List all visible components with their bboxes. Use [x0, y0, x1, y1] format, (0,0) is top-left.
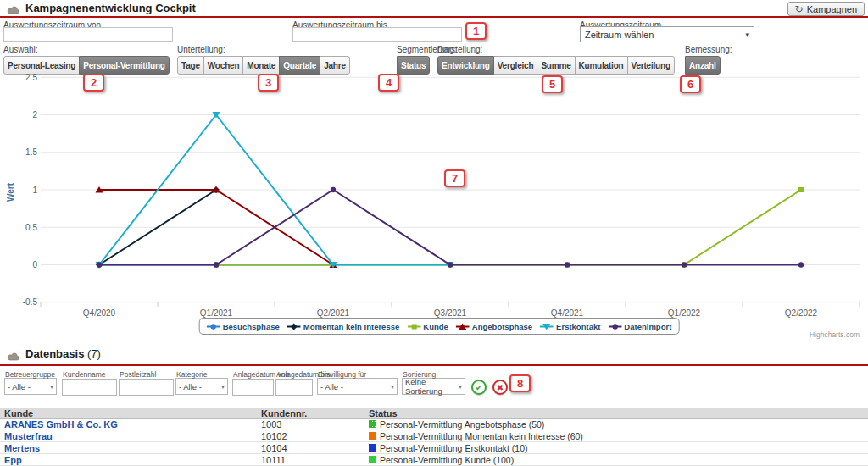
status-cell: Personal-Vermittlung Erstkontakt (10): [369, 442, 868, 453]
toggle-status[interactable]: Status: [397, 56, 430, 75]
status-color-swatch: [369, 420, 376, 428]
status-cell: Personal-Vermittlung Kunde (100): [369, 454, 868, 465]
filter-select-einwilligung-fuer[interactable]: - Alle -▾: [317, 378, 398, 395]
filter-label: Postleitzahl: [120, 370, 156, 379]
kunde-link[interactable]: ARANES GmbH & Co. KG: [4, 419, 261, 430]
highcharts-credit: Highcharts.com: [810, 330, 860, 339]
filter-label: Kategorie: [176, 370, 207, 379]
legend-label: Angebotsphase: [472, 322, 532, 331]
filter-select-betreuergruppe[interactable]: - Alle -▾: [4, 378, 57, 395]
table-row: Musterfrau10102Personal-Vermittlung Mome…: [0, 430, 868, 442]
status-color-swatch: [369, 456, 376, 463]
group-label: Bemessung:: [685, 45, 732, 54]
toggle-quartale[interactable]: Quartale: [279, 56, 320, 75]
filter-select-kategorie[interactable]: - Alle -▾: [175, 378, 228, 395]
chevron-down-icon: ▾: [50, 383, 53, 391]
zeitraum-bis-input[interactable]: [292, 27, 462, 42]
marker-datenimport: [682, 262, 687, 267]
kampagnen-button[interactable]: ↻ Kampagnen: [787, 2, 865, 16]
datenbasis-title: Datenbasis (7): [25, 347, 101, 360]
svg-text:Q3/2021: Q3/2021: [434, 308, 467, 318]
status-cell: Personal-Vermittlung Angebotsphase (50): [369, 419, 868, 430]
page-title: Kampagnenentwicklung Cockpit: [25, 2, 196, 14]
chevron-down-icon: ▾: [745, 31, 749, 39]
svg-text:0.5: 0.5: [25, 223, 37, 232]
kunde-link[interactable]: Epp: [4, 454, 261, 465]
zeitraum-von-input[interactable]: [3, 27, 173, 42]
filter-select-sortierung[interactable]: Keine Sortierung▾: [402, 378, 465, 395]
filter-input-kundenname[interactable]: [62, 379, 117, 396]
marker-datenimport: [565, 262, 570, 267]
svg-text:Wert: Wert: [6, 182, 15, 202]
legend-item-datenimport[interactable]: Datenimport: [608, 322, 671, 331]
legend-marker-datenimport: [608, 323, 621, 330]
chevron-down-icon: ▾: [459, 383, 462, 391]
zeitraum-select[interactable]: Zeitraum wählen ▾: [580, 26, 754, 42]
reset-filter-button[interactable]: ✖: [492, 380, 508, 395]
annotation-badge-5: 5: [542, 75, 563, 93]
status-cell: Personal-Vermittlung Momentan kein Inter…: [369, 430, 868, 441]
filter-input-postleitzahl[interactable]: [119, 379, 174, 396]
button-group-bemessung: Bemessung:Anzahl: [685, 45, 732, 75]
group-label: Auswahl:: [3, 45, 170, 54]
svg-text:1.5: 1.5: [25, 147, 37, 157]
button-group-auswahl: Auswahl:Personal-LeasingPersonal-Vermitt…: [3, 45, 170, 75]
group-label: Darstellung:: [437, 45, 675, 54]
db-filter-kundenname: Kundenname: [62, 378, 117, 395]
toggle-personal-vermittlung[interactable]: Personal-Vermittlung: [79, 56, 170, 75]
legend-marker-erstkontakt: [540, 323, 554, 330]
marker-datenimport: [214, 262, 219, 267]
chevron-down-icon: ▾: [221, 383, 225, 391]
datenbasis-divider: [0, 364, 868, 366]
legend-item-angebotsphase[interactable]: Angebotsphase: [456, 322, 532, 331]
svg-text:Q4/2020: Q4/2020: [83, 308, 116, 318]
toggle-entwicklung[interactable]: Entwicklung: [437, 56, 494, 75]
filter-label: Sortierung: [403, 370, 436, 379]
filter-value: - Alle -: [320, 382, 343, 391]
db-filter-kategorie: Kategorie- Alle -▾: [175, 378, 228, 395]
status-label: Personal-Vermittlung Momentan kein Inter…: [380, 430, 583, 441]
svg-text:Q4/2021: Q4/2021: [551, 308, 584, 318]
kunde-link[interactable]: Musterfrau: [4, 430, 261, 441]
kunde-link[interactable]: Mertens: [4, 442, 261, 453]
column-header-kundennr: Kundennr.: [261, 408, 369, 418]
marker-kunde: [798, 187, 804, 192]
db-filter-betreuergruppe: Betreuergruppe- Alle -▾: [4, 378, 57, 395]
table-row: Epp10111Personal-Vermittlung Kunde (100): [0, 454, 868, 466]
filter-input-anlagedatum-bis[interactable]: [275, 379, 313, 396]
button-group-unterteilung: Unterteilung:TageWochenMonateQuartaleJah…: [177, 45, 350, 75]
datenbasis-icon: [7, 350, 19, 365]
datenbasis-filter-row: Betreuergruppe- Alle -▾KundennamePostlei…: [0, 378, 868, 403]
legend-item-momentan-kein-interesse[interactable]: Momentan kein Interesse: [287, 322, 400, 331]
datenbasis-title-text: Datenbasis: [25, 347, 84, 360]
kundennr-cell: 10104: [261, 442, 369, 453]
annotation-badge-3: 3: [258, 74, 279, 92]
table-row: ARANES GmbH & Co. KG1003Personal-Vermitt…: [0, 419, 868, 430]
apply-filter-button[interactable]: ✔: [471, 380, 487, 395]
group-label: Unterteilung:: [177, 45, 350, 54]
legend-label: Erstkontakt: [556, 322, 600, 331]
svg-text:Q2/2022: Q2/2022: [785, 308, 818, 318]
legend-item-kunde[interactable]: Kunde: [407, 322, 448, 331]
legend-label: Kunde: [423, 322, 448, 331]
line-chart: 2.521.510.50-0.5Q4/2020Q1/2021Q2/2021Q3/…: [0, 72, 868, 339]
marker-datenimport: [97, 262, 102, 267]
table-row: Mertens10104Personal-Vermittlung Erstkon…: [0, 442, 868, 454]
marker-datenimport: [331, 187, 336, 192]
filter-input-anlagedatum-von[interactable]: [232, 379, 274, 396]
refresh-icon: ↻: [795, 4, 804, 14]
svg-text:2.5: 2.5: [25, 73, 37, 82]
annotation-badge-2: 2: [83, 74, 104, 92]
db-filter-einwilligung-fuer: Einwilligung für- Alle -▾: [317, 378, 398, 395]
legend-marker-momentan-kein-interesse: [287, 323, 301, 330]
db-filter-anlagedatum-von: Anlagedatum von: [232, 378, 274, 395]
db-filter-anlagedatum-bis: Anlagedatum bis: [275, 378, 313, 395]
button-group-darstellung: Darstellung:EntwicklungVergleichSummeKum…: [437, 45, 675, 75]
legend-item-besuchsphase[interactable]: Besuchsphase: [207, 322, 280, 331]
legend-label: Momentan kein Interesse: [303, 322, 400, 331]
legend-item-erstkontakt[interactable]: Erstkontakt: [540, 322, 600, 331]
svg-text:Q2/2021: Q2/2021: [317, 308, 350, 318]
toggle-anzahl[interactable]: Anzahl: [685, 56, 721, 75]
annotation-badge-6: 6: [680, 75, 701, 93]
zeitraum-select-value: Zeitraum wählen: [585, 30, 654, 40]
